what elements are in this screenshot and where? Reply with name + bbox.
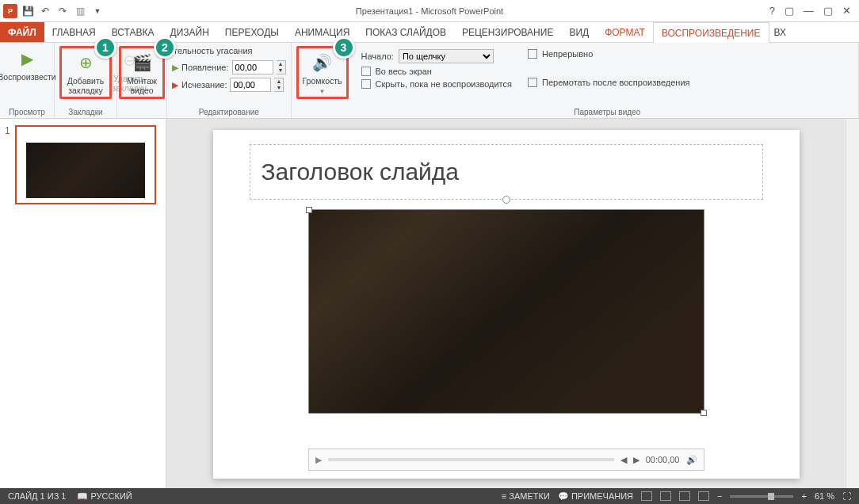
rewind-checkbox[interactable]: Перемотать после воспроизведения: [528, 78, 690, 87]
group-bookmarks: 1 ⊕ Добавить закладку ⊖ Удалить закладку…: [55, 43, 117, 118]
tab-home[interactable]: ГЛАВНАЯ: [44, 22, 104, 42]
powerpoint-icon: P: [3, 4, 17, 18]
slideshow-view-icon[interactable]: [698, 491, 709, 501]
ribbon-tabs: ФАЙЛ ГЛАВНАЯ ВСТАВКА ДИЗАЙН ПЕРЕХОДЫ АНИ…: [0, 22, 859, 43]
group-preview: ▶ Воспроизвести Просмотр: [0, 43, 55, 118]
group-trim: 2 🎬 Монтаж видео .: [117, 43, 167, 118]
player-next-icon[interactable]: ▶: [633, 455, 639, 465]
badge-1: 1: [94, 36, 116, 59]
group-video-options: Начало: По щелчку Во весь экран Скрыть, …: [353, 43, 859, 118]
badge-2: 2: [154, 36, 176, 59]
status-bar: СЛАЙД 1 ИЗ 1 📖 РУССКИЙ ≡ ЗАМЕТКИ 💬 ПРИМЕ…: [0, 488, 859, 504]
slide[interactable]: Заголовок слайда ▶ ◀ ▶ 00:00,00 🔊: [213, 130, 800, 479]
group-editing: тельность угасания ▶ Появление: ▲▼ ▶ Исч…: [167, 43, 292, 118]
tab-playback[interactable]: ВОСПРОИЗВЕДЕНИЕ: [653, 22, 769, 43]
tab-slideshow[interactable]: ПОКАЗ СЛАЙДОВ: [357, 22, 454, 42]
player-volume-icon[interactable]: 🔊: [686, 455, 697, 465]
close-icon[interactable]: ✕: [842, 5, 851, 17]
start-show-icon[interactable]: ▥: [73, 4, 87, 18]
badge-3: 3: [333, 36, 355, 59]
help-icon[interactable]: ?: [769, 5, 775, 17]
slide-thumbnails-panel: 1: [0, 119, 166, 488]
trim-video-label: Монтаж видео: [123, 76, 161, 95]
disappear-label: Исчезание:: [181, 80, 227, 90]
fit-window-icon[interactable]: ⛶: [842, 491, 851, 501]
volume-icon: 🔊: [310, 52, 335, 74]
zoom-value[interactable]: 61 %: [815, 491, 834, 501]
group-editing-label: Редактирование: [199, 108, 259, 116]
play-label: Воспроизвести: [0, 72, 56, 82]
start-select[interactable]: По щелчку: [399, 49, 494, 63]
status-notes[interactable]: ≡ ЗАМЕТКИ: [502, 491, 550, 501]
tab-format[interactable]: ФОРМАТ: [597, 22, 653, 42]
player-play-icon[interactable]: ▶: [315, 455, 322, 465]
workspace: 1 Заголовок слайда ▶ ◀ ▶ 00:00,00 🔊: [0, 119, 859, 488]
tab-transitions[interactable]: ПЕРЕХОДЫ: [217, 22, 287, 42]
play-icon: ▶: [14, 48, 40, 70]
vertical-scrollbar[interactable]: [846, 119, 859, 488]
quick-access-toolbar: P 💾 ↶ ↷ ▥ ▼: [0, 4, 108, 18]
add-bookmark-icon: ⊕: [73, 52, 98, 74]
group-volume: 3 🔊 Громкость ▼ .: [292, 43, 353, 118]
qat-dropdown-icon[interactable]: ▼: [90, 4, 105, 18]
appear-spinner[interactable]: ▲▼: [277, 60, 286, 74]
fade-duration-label: тельность угасания: [172, 46, 253, 55]
tab-view[interactable]: ВИД: [561, 22, 597, 42]
appear-label: Появление:: [181, 63, 229, 72]
normal-view-icon[interactable]: [641, 491, 652, 501]
slide-thumbnail-1[interactable]: [15, 125, 156, 204]
fullscreen-checkbox[interactable]: Во весь экран: [361, 67, 512, 76]
window-title: Презентация1 - Microsoft PowerPoint: [356, 6, 503, 16]
tab-overflow[interactable]: Вх: [769, 22, 791, 42]
slide-canvas: Заголовок слайда ▶ ◀ ▶ 00:00,00 🔊: [166, 119, 846, 488]
appear-input[interactable]: [232, 60, 273, 74]
volume-label: Громкость: [302, 76, 342, 86]
undo-icon[interactable]: ↶: [38, 4, 52, 18]
video-object[interactable]: [308, 209, 704, 414]
group-video-options-label: Параметры видео: [574, 108, 640, 116]
disappear-input[interactable]: [230, 78, 271, 92]
status-slide-count: СЛАЙД 1 ИЗ 1: [8, 491, 66, 501]
save-icon[interactable]: 💾: [21, 4, 35, 18]
group-bookmarks-label: Закладки: [68, 108, 102, 116]
group-preview-label: Просмотр: [9, 108, 45, 116]
trim-video-icon: 🎬: [129, 52, 155, 74]
tab-file[interactable]: ФАЙЛ: [0, 22, 44, 42]
status-comments[interactable]: 💬 ПРИМЕЧАНИЯ: [558, 491, 633, 502]
reading-view-icon[interactable]: [679, 491, 690, 501]
thumb-number: 1: [5, 125, 10, 204]
maximize-icon[interactable]: ▢: [823, 5, 833, 17]
zoom-out-icon[interactable]: −: [717, 491, 722, 501]
status-language[interactable]: 📖 РУССКИЙ: [77, 491, 132, 502]
minimize-icon[interactable]: —: [804, 5, 814, 17]
title-placeholder[interactable]: Заголовок слайда: [250, 144, 763, 200]
loop-checkbox[interactable]: Непрерывно: [528, 49, 690, 59]
slide-title-text: Заголовок слайда: [262, 158, 460, 185]
hide-checkbox[interactable]: Скрыть, пока не воспроизводится: [361, 79, 512, 89]
ribbon: ▶ Воспроизвести Просмотр 1 ⊕ Добавить за…: [0, 43, 859, 119]
player-time: 00:00,00: [646, 455, 680, 464]
add-bookmark-label: Добавить закладку: [63, 76, 108, 95]
redo-icon[interactable]: ↷: [55, 4, 70, 18]
player-prev-icon[interactable]: ◀: [620, 455, 627, 465]
title-bar: P 💾 ↶ ↷ ▥ ▼ Презентация1 - Microsoft Pow…: [0, 0, 859, 22]
window-controls: ? ▢ — ▢ ✕: [762, 5, 859, 17]
tab-review[interactable]: РЕЦЕНЗИРОВАНИЕ: [454, 22, 561, 42]
zoom-in-icon[interactable]: +: [801, 491, 806, 501]
play-button[interactable]: ▶ Воспроизвести: [5, 46, 49, 82]
start-label: Начало:: [361, 52, 394, 61]
rotate-handle[interactable]: [502, 196, 510, 204]
trim-video-button[interactable]: 🎬 Монтаж видео: [123, 50, 161, 95]
zoom-slider[interactable]: [730, 495, 793, 498]
disappear-spinner[interactable]: ▲▼: [274, 78, 284, 92]
ribbon-options-icon[interactable]: ▢: [785, 5, 794, 17]
thumb-video-preview: [26, 143, 145, 198]
video-player-bar: ▶ ◀ ▶ 00:00,00 🔊: [308, 449, 704, 471]
sorter-view-icon[interactable]: [660, 491, 671, 501]
player-track[interactable]: [328, 458, 614, 461]
